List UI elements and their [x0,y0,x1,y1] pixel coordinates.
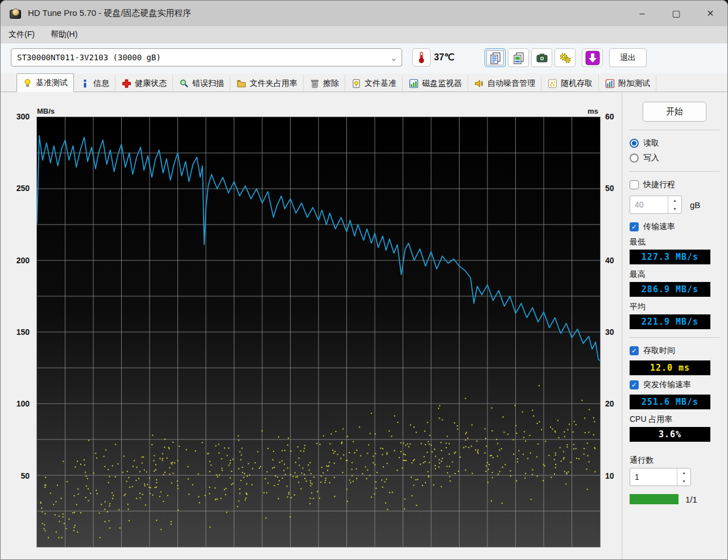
short-stroke-size-stepper[interactable]: 40 ▲ ▼ [630,196,682,214]
menubar: 文件(F) 帮助(H) [1,26,727,43]
magnifier-icon [179,79,189,88]
tab-random-access[interactable]: 随机存取 [541,74,599,92]
short-stroke-size-value: 40 [630,196,668,213]
tab-error-scan[interactable]: 错误扫描 [173,74,230,92]
benchmark-plot-svg [37,117,600,547]
camera-icon [535,51,549,65]
access-time-checkbox[interactable]: ✓ [630,346,639,355]
pass-progress-label: 1/1 [685,495,697,504]
copy-image-icon [512,51,526,65]
burst-rate-row[interactable]: ✓ 突发传输速率 [630,380,719,390]
stepper-up-icon[interactable]: ▲ [677,468,690,477]
tabbar: 基准测试 信息 健康状态 错误扫描 [1,73,727,92]
tab-extra-tests[interactable]: 附加测试 [599,74,656,92]
axis-tick-label: 150 [1,327,34,337]
stepper-up-icon[interactable]: ▲ [668,196,681,205]
benchmark-plot [36,117,601,547]
pass-progress-bar [630,494,679,504]
exit-button[interactable]: 退出 [609,48,647,67]
write-radio[interactable] [630,154,639,163]
bulb-icon [23,78,32,88]
access-time-label: 存取时间 [643,346,675,356]
separator [630,337,719,338]
min-value-display: 127.3 MB/s [630,250,710,264]
copy-text-icon [489,51,502,65]
tab-info[interactable]: 信息 [74,74,115,92]
tab-benchmark[interactable]: 基准测试 [16,73,74,92]
avg-label: 平均 [630,302,719,312]
screenshot-button[interactable] [531,48,552,67]
stepper-down-icon[interactable]: ▼ [677,477,690,486]
thermometer-icon [416,51,427,64]
left-axis-ticks: 30025020015010050 [1,117,34,547]
access-time-row[interactable]: ✓ 存取时间 [630,346,719,356]
axis-tick-label: 250 [1,184,34,193]
app-window: HD Tune Pro 5.70 - 硬盘/固态硬盘实用程序 – ▢ ✕ 文件(… [0,0,728,560]
short-stroke-unit: gB [690,200,700,210]
tab-file-benchmark[interactable]: 文件基准 [345,74,403,92]
pass-count-label: 通行数 [630,455,719,466]
toolbar: ST30000NT011-3V2103 (30000 gB) ⌄ 37℃ [1,44,727,73]
short-stroke-checkbox[interactable] [630,180,639,189]
menu-help[interactable]: 帮助(H) [51,30,77,40]
burst-rate-label: 突发传输速率 [643,380,691,390]
temperature-button[interactable] [412,48,431,67]
pass-count-stepper[interactable]: 1 ▲ ▼ [630,468,691,486]
transfer-rate-checkbox[interactable]: ✓ [630,222,639,231]
health-cross-icon [122,79,131,88]
chevron-down-icon: ⌄ [391,53,396,62]
folder-icon [237,79,246,88]
download-arrow-icon [585,51,600,65]
read-radio-row[interactable]: 读取 [630,138,719,148]
max-label: 最高 [630,269,719,280]
scatter-dots-icon [548,79,557,88]
tab-erase[interactable]: 擦除 [304,74,345,92]
close-button[interactable]: ✕ [693,1,727,26]
menu-file[interactable]: 文件(F) [9,30,35,40]
read-radio[interactable] [630,139,639,148]
benchmark-panel: 开始 读取 写入 快捷行程 40 ▲ ▼ gB ✓ [622,93,727,559]
copy-text-button[interactable] [485,48,506,67]
axis-tick-label: 100 [1,399,34,408]
titlebar: HD Tune Pro 5.70 - 硬盘/固态硬盘实用程序 – ▢ ✕ [1,1,727,26]
write-radio-label: 写入 [643,153,659,163]
separator [630,130,719,130]
tab-health[interactable]: 健康状态 [115,74,173,92]
max-value-display: 286.9 MB/s [630,282,710,297]
start-button[interactable]: 开始 [643,102,706,122]
stepper-down-icon[interactable]: ▼ [668,205,681,213]
update-button[interactable] [582,48,603,67]
short-stroke-row[interactable]: 快捷行程 [630,180,719,190]
info-icon [80,79,90,88]
burst-rate-checkbox[interactable]: ✓ [630,380,639,389]
write-radio-row[interactable]: 写入 [630,153,719,163]
temperature-value: 37℃ [434,52,454,63]
app-icon [10,8,22,19]
monitor-chart-icon [409,79,419,88]
cpu-usage-display: 3.6% [630,427,710,442]
left-axis-unit: MB/s [37,107,55,115]
tab-aam[interactable]: 自动噪音管理 [468,74,541,92]
trash-icon [310,79,320,88]
pass-count-value: 1 [630,468,677,486]
speaker-icon [474,79,484,88]
maximize-button[interactable]: ▢ [659,1,693,26]
copy-image-button[interactable] [508,48,529,67]
tab-folder-usage[interactable]: 文件夹占用率 [230,74,304,92]
axis-tick-label: 200 [1,256,34,265]
separator [630,171,719,172]
file-bulb-icon [351,79,361,88]
avg-value-display: 221.9 MB/s [630,314,710,329]
burst-rate-display: 251.6 MB/s [630,395,710,409]
options-button[interactable] [555,48,576,67]
transfer-rate-row[interactable]: ✓ 传输速率 [630,222,719,232]
right-axis-unit: ms [588,107,598,115]
read-radio-label: 读取 [643,138,659,148]
short-stroke-label: 快捷行程 [643,180,675,190]
axis-tick-label: 50 [1,471,34,480]
drive-select-value: ST30000NT011-3V2103 (30000 gB) [17,53,161,62]
tab-disk-monitor[interactable]: 磁盘监视器 [403,74,468,92]
extra-tests-chart-icon [605,79,615,88]
drive-select[interactable]: ST30000NT011-3V2103 (30000 gB) ⌄ [11,48,402,67]
minimize-button[interactable]: – [625,1,659,26]
